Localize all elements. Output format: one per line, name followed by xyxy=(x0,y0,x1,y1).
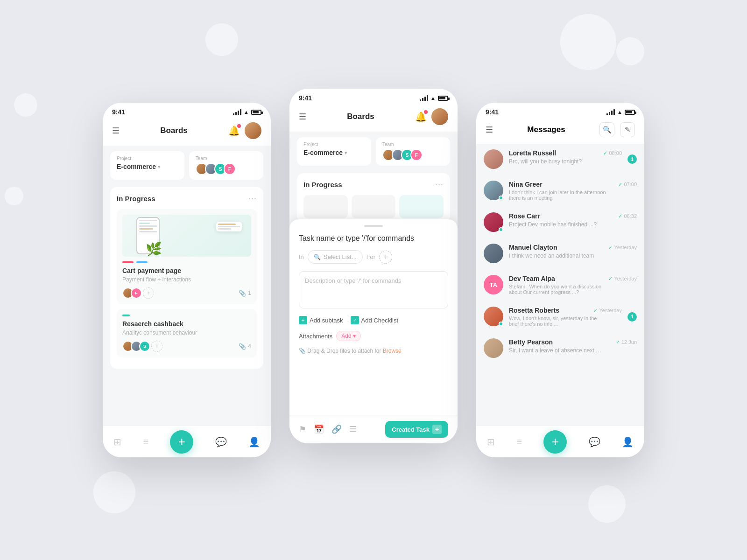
msg-body-6: Betty Pearson ✓ 12 Jun Sir, I want a lea… xyxy=(509,338,637,354)
msg-avatar-2 xyxy=(484,212,503,232)
project-label: Project xyxy=(117,156,178,161)
fab-button-1[interactable]: + xyxy=(170,430,193,454)
created-task-btn[interactable]: Created Task + xyxy=(385,421,448,438)
msg-preview-4: Stefani : When do you want a discussion … xyxy=(509,284,612,295)
app-header-1: ☰ Boards 🔔 xyxy=(103,119,271,146)
action-row: + Add subtask ✓ Add Checklist xyxy=(299,316,448,324)
message-item-5[interactable]: Rosetta Roberts ✓ Yesterday Wow, I don't… xyxy=(476,301,644,333)
signal-icon xyxy=(233,109,241,115)
notification-dot-2 xyxy=(424,110,428,114)
msg-preview-0: Bro, will you be busy tonight? xyxy=(509,158,602,165)
msg-nav-grid[interactable]: ⊞ xyxy=(487,436,495,448)
nav-list[interactable]: ≡ xyxy=(143,436,148,447)
msg-time-1: 07:00 xyxy=(624,182,637,187)
drag-drop-text: 📎 Drag & Drop files to attach for Browse xyxy=(299,348,448,354)
add-checklist-btn[interactable]: ✓ Add Checklist xyxy=(351,316,398,324)
phone-content-1: Project E-commerce ▾ Team S F In Progres… xyxy=(103,146,271,444)
list-icon[interactable]: ☰ xyxy=(349,424,357,434)
project-box[interactable]: Project E-commerce ▾ xyxy=(110,151,184,180)
msg-body-0: Loretta Russell ✓ 08:00 Bro, will you be… xyxy=(509,149,622,165)
online-dot-2 xyxy=(499,227,503,232)
card-avatar-add-2[interactable]: + xyxy=(151,341,162,352)
board-section-2: In Progress ··· xyxy=(297,173,450,222)
msg-name-5: Rosetta Roberts xyxy=(509,307,559,314)
partial-card-3 xyxy=(399,195,444,218)
in-label: In xyxy=(299,253,304,260)
wifi-icon: ▲ xyxy=(244,109,249,115)
partial-cards xyxy=(303,195,444,218)
task-card-1[interactable]: 🌿 Cart payment page Payment flow + inter… xyxy=(117,209,257,304)
project-label-2: Project xyxy=(303,142,365,147)
avatar-2[interactable] xyxy=(431,108,448,125)
msg-check-0: ✓ xyxy=(603,150,607,156)
tag-red xyxy=(122,261,134,263)
modal-handle[interactable] xyxy=(364,225,383,227)
msg-check-3: ✓ xyxy=(608,245,613,251)
message-item-4[interactable]: TA Dev Team Alpa ✓ Yesterday Stefani : W… xyxy=(476,269,644,301)
msg-name-row-1: Nina Greer ✓ 07:00 xyxy=(509,181,637,188)
search-icon-btn[interactable]: 🔍 xyxy=(599,122,614,137)
msg-name-row-0: Loretta Russell ✓ 08:00 xyxy=(509,149,622,157)
compose-icon-btn[interactable]: ✎ xyxy=(620,122,635,137)
msg-nav-chat[interactable]: 💬 xyxy=(589,436,600,448)
bell-icon[interactable]: 🔔 xyxy=(228,125,240,136)
msg-check-6: ✓ xyxy=(616,339,620,345)
avatar-1[interactable] xyxy=(245,122,261,139)
msg-nav-list[interactable]: ≡ xyxy=(516,436,522,447)
project-box-2[interactable]: Project E-commerce ▾ xyxy=(297,137,371,166)
section-menu-2[interactable]: ··· xyxy=(435,180,444,189)
section-menu-1[interactable]: ··· xyxy=(248,194,257,203)
fab-button-3[interactable]: + xyxy=(543,430,567,454)
hamburger-icon-3[interactable]: ☰ xyxy=(486,125,493,135)
hamburger-icon-2[interactable]: ☰ xyxy=(299,112,306,122)
msg-time-3: Yesterday xyxy=(614,245,637,250)
msg-name-row-4: Dev Team Alpa ✓ Yesterday xyxy=(509,275,637,282)
message-item-2[interactable]: Rose Carr ✓ 06:32 Project Dev mobile has… xyxy=(476,207,644,238)
msg-check-4: ✓ xyxy=(608,276,613,282)
add-attachment-btn[interactable]: Add ▾ xyxy=(336,331,360,341)
msg-name-1: Nina Greer xyxy=(509,181,543,188)
team-avatars-2: S F xyxy=(382,149,444,161)
msg-name-row-3: Manuel Clayton ✓ Yesterday xyxy=(509,244,637,251)
nav-chat[interactable]: 💬 xyxy=(215,436,227,448)
add-subtask-btn[interactable]: + Add subtask xyxy=(299,316,343,324)
msg-nav-profile[interactable]: 👤 xyxy=(622,436,634,448)
browse-link[interactable]: Browse xyxy=(383,348,402,354)
attach-row: Attachments Add ▾ xyxy=(299,331,448,341)
flag-icon[interactable]: ⚑ xyxy=(299,424,306,434)
select-list[interactable]: 🔍 Select List... xyxy=(308,250,363,264)
attach-icon-2: 📎 xyxy=(239,343,246,350)
msg-time-4: Yesterday xyxy=(614,276,637,281)
task-card-2[interactable]: Resaerch cashback Analityc consument beh… xyxy=(117,309,257,357)
msg-avatar-6 xyxy=(484,338,503,358)
task-name-input[interactable]: Task name or type '/'for commands xyxy=(299,234,448,243)
card-subtitle-2: Analityc consument behaviour xyxy=(122,329,251,336)
team-box-2[interactable]: Team S F xyxy=(376,137,450,166)
message-item-1[interactable]: Nina Greer ✓ 07:00 I don't think I can j… xyxy=(476,175,644,207)
description-box[interactable]: Description or type '/' for commands xyxy=(299,271,448,308)
message-item-6[interactable]: Betty Pearson ✓ 12 Jun Sir, I want a lea… xyxy=(476,333,644,364)
project-chevron: ▾ xyxy=(158,164,160,169)
nav-grid[interactable]: ⊞ xyxy=(113,436,121,448)
hamburger-icon[interactable]: ☰ xyxy=(112,126,120,136)
signal-icon-3 xyxy=(606,109,615,115)
msg-check-5: ✓ xyxy=(593,308,598,314)
card-avatars-1: F + xyxy=(122,287,154,299)
card-subtitle-1: Payment flow + interactions xyxy=(122,276,251,283)
link-icon[interactable]: 🔗 xyxy=(331,424,342,434)
team-avatar-4: F xyxy=(224,163,236,175)
team-box[interactable]: Team S F xyxy=(189,151,263,180)
header-right-2: 🔔 xyxy=(415,108,448,125)
bell-icon-2[interactable]: 🔔 xyxy=(415,111,427,122)
messages-list: Loretta Russell ✓ 08:00 Bro, will you be… xyxy=(476,144,644,433)
paperclip-icon: 📎 xyxy=(299,348,306,354)
for-add-circle[interactable]: + xyxy=(379,251,392,264)
message-item-3[interactable]: Manuel Clayton ✓ Yesterday I think we ne… xyxy=(476,238,644,269)
message-item-0[interactable]: Loretta Russell ✓ 08:00 Bro, will you be… xyxy=(476,144,644,175)
calendar-icon[interactable]: 📅 xyxy=(314,424,324,434)
msg-time-2: 06:32 xyxy=(624,213,637,219)
subtask-icon: + xyxy=(299,316,307,324)
msg-avatar-4: TA xyxy=(484,275,503,294)
card-avatar-add[interactable]: + xyxy=(143,287,154,299)
nav-profile[interactable]: 👤 xyxy=(248,436,260,448)
